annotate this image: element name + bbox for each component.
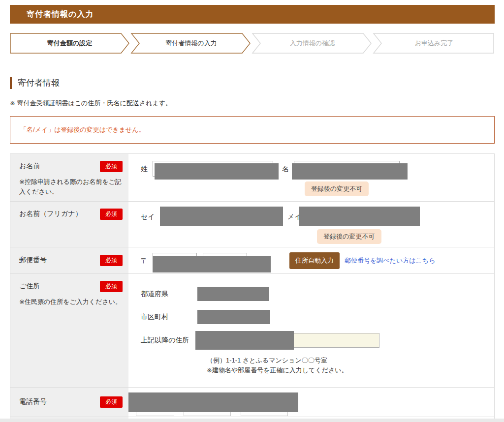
required-badge: 必須: [100, 209, 123, 220]
name-input-cell: 姓 名 登録後の変更不可: [128, 154, 494, 201]
phone-input-cell: [128, 388, 494, 417]
prefecture-value-redaction: [197, 287, 269, 301]
section-heading: 寄付者情報: [10, 77, 495, 89]
address-example: （例）1-1-1 さとふるマンション〇〇号室 ※建物名や部屋番号を正確に入力して…: [207, 356, 494, 375]
viewport-bottom-edge: [0, 419, 504, 422]
step-complete: お申込み完了: [374, 33, 495, 54]
donor-info-table: お名前 必須 ※控除申請される際のお名前をご記入ください。 姓 名: [10, 153, 495, 422]
no-change-badge: 登録後の変更不可: [317, 229, 381, 244]
table-row-postal: 郵便番号 必須 〒 住所自動入力 郵便番号を調べたい方はこちら: [10, 247, 494, 274]
required-badge: 必須: [100, 161, 123, 172]
name-label: お名前: [19, 161, 40, 171]
warning-text: 「名/メイ」は登録後の変更はできません。: [20, 125, 145, 134]
last-name-label: 姓: [141, 161, 148, 177]
postal-label: 郵便番号: [19, 255, 47, 265]
address-label: ご住所: [19, 281, 40, 291]
page-title: 寄付者情報の入力: [27, 10, 94, 18]
postal-mark: 〒: [141, 253, 148, 269]
address-autofill-button[interactable]: 住所自動入力: [289, 252, 340, 269]
phone-label-cell: 電話番号 必須: [10, 388, 128, 417]
progress-steps: 寄付金額の設定 寄付者情報の入力 入力情報の確認 お申込み完了: [10, 33, 495, 54]
address-example-line2: ※建物名や部屋番号を正確に入力してください。: [207, 365, 494, 375]
address-note: ※住民票の住所をご入力ください。: [19, 297, 123, 307]
warning-box: 「名/メイ」は登録後の変更はできません。: [10, 116, 495, 144]
address-example-line1: （例）1-1-1 さとふるマンション〇〇号室: [207, 356, 494, 365]
required-badge: 必須: [100, 396, 123, 408]
address-input-cell: 都道府県 市区町村 上記以降の住所: [128, 274, 494, 387]
table-row-name: お名前 必須 ※控除申請される際のお名前をご記入ください。 姓 名: [10, 154, 494, 202]
table-row-phone: 電話番号 必須: [10, 388, 494, 417]
step-donation-amount[interactable]: 寄付金額の設定: [10, 33, 129, 54]
postal-label-cell: 郵便番号 必須: [10, 247, 128, 273]
city-label: 市区町村: [141, 313, 197, 322]
redaction-bar: [195, 331, 294, 350]
step-donor-info: 寄付者情報の入力: [131, 33, 251, 54]
kana-label: お名前（フリガナ）: [19, 209, 82, 218]
postal-lookup-link[interactable]: 郵便番号を調べたい方はこちら: [345, 256, 435, 265]
redaction-bar: [160, 207, 283, 226]
sei-label: セイ: [141, 209, 155, 224]
redaction-bar: [128, 392, 298, 412]
phone-label: 電話番号: [19, 396, 47, 406]
donor-info-page: 寄付者情報の入力 寄付金額の設定 寄付者情報の入力 入力情報の確認 お申込み完了…: [0, 0, 504, 422]
page-header: 寄付者情報の入力: [10, 5, 495, 24]
table-row-kana: お名前（フリガナ） 必須 セイ メイ: [10, 202, 494, 247]
kana-label-cell: お名前（フリガナ） 必須: [10, 202, 128, 247]
no-change-badge: 登録後の変更不可: [305, 181, 369, 196]
required-badge: 必須: [100, 255, 123, 266]
street-label: 上記以降の住所: [141, 336, 197, 345]
required-badge: 必須: [100, 281, 123, 292]
redaction-bar: [153, 256, 271, 272]
kana-input-cell: セイ メイ 登録後の変更不可: [128, 202, 494, 247]
first-name-label: 名: [282, 161, 289, 177]
redaction-bar: [292, 163, 408, 180]
table-row-address: ご住所 必須 ※住民票の住所をご入力ください。 都道府県 市区町村: [10, 274, 494, 388]
name-note: ※控除申請される際のお名前をご記入ください。: [19, 177, 123, 196]
delivery-note: ※ 寄付金受領証明書はこの住所・氏名に配送されます。: [10, 99, 495, 108]
name-label-cell: お名前 必須 ※控除申請される際のお名前をご記入ください。: [10, 154, 128, 201]
redaction-bar: [299, 207, 420, 226]
step-confirm: 入力情報の確認: [252, 33, 372, 54]
prefecture-label: 都道府県: [141, 290, 197, 299]
redaction-bar: [155, 163, 279, 180]
city-value-redaction: [197, 310, 270, 324]
address-label-cell: ご住所 必須 ※住民票の住所をご入力ください。: [10, 274, 128, 387]
postal-input-cell: 〒 住所自動入力 郵便番号を調べたい方はこちら: [128, 247, 494, 273]
